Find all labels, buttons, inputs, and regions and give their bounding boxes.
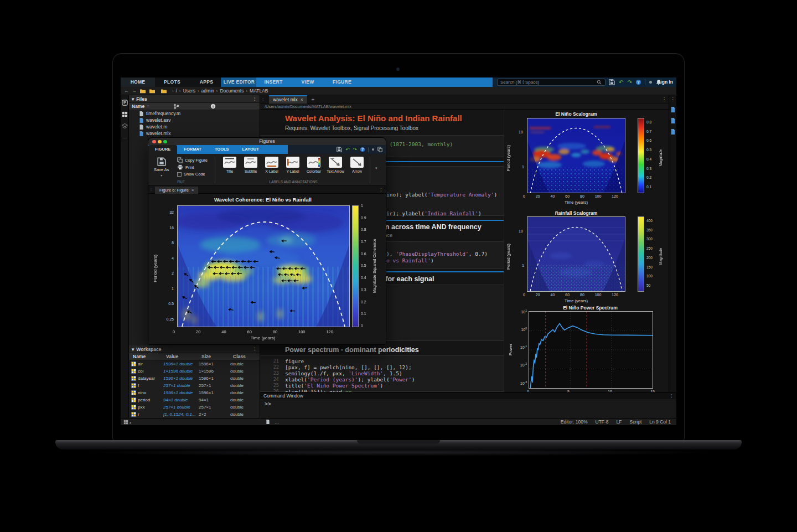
forward-arrow-icon[interactable]: →: [132, 88, 137, 94]
gallery-item-arrow[interactable]: Arrow: [346, 154, 368, 178]
layout-grid-icon[interactable]: [123, 420, 128, 425]
redo-icon[interactable]: ↷: [353, 147, 357, 152]
panel-menu-icon[interactable]: ⋮: [252, 347, 257, 352]
gallery-item-colorbar[interactable]: Colorbar: [303, 154, 324, 178]
apps-grid-icon[interactable]: [122, 111, 128, 117]
workspace-variable-row[interactable]: air 1596×1 double 1596×1 double: [129, 360, 260, 368]
figure-thumb-icon[interactable]: [670, 117, 676, 124]
workspace-variable-row[interactable]: r [1,-0.1524;-0.1... 2×2 double: [129, 411, 260, 418]
checkbox-icon[interactable]: [177, 172, 182, 177]
gallery-scroll-icon[interactable]: ▾: [375, 166, 377, 171]
sort-icon[interactable]: ↑: [147, 104, 149, 109]
close-icon[interactable]: ×: [301, 97, 303, 102]
workspace-col-size[interactable]: Size: [201, 354, 233, 359]
tabstrip-menu-icon[interactable]: ⋮: [662, 97, 666, 102]
breadcrumb-item[interactable]: ›/: [170, 88, 177, 94]
files-panel-icon[interactable]: [122, 100, 128, 106]
close-traffic-light[interactable]: [152, 140, 156, 144]
code-block[interactable]: 21figure22[pxx, f] = pwelch(nino, [], []…: [260, 355, 504, 392]
save-icon[interactable]: [337, 147, 342, 152]
toolstrip-tab[interactable]: PLOTS: [155, 78, 189, 87]
copy-figure-button[interactable]: Copy Figure: [177, 157, 208, 163]
close-icon[interactable]: ×: [192, 188, 194, 193]
workspace-variable-row[interactable]: pxx 257×1 double 257×1 double: [129, 404, 260, 411]
info-icon[interactable]: [210, 104, 216, 109]
toolstrip-context-tab[interactable]: FIGURE: [325, 78, 359, 87]
gallery-item-title[interactable]: Title: [219, 154, 240, 178]
save-icon[interactable]: [609, 79, 615, 85]
gallery-item-subtitle[interactable]: Subtitle: [240, 154, 261, 178]
layers-icon[interactable]: [122, 123, 128, 129]
toolstrip-context-tab[interactable]: INSERT: [256, 78, 291, 87]
figure-thumb-icon[interactable]: [670, 106, 676, 113]
print-button[interactable]: Print: [177, 164, 194, 170]
back-arrow-icon[interactable]: ←: [124, 88, 129, 94]
breadcrumb-item[interactable]: ›admin: [195, 88, 214, 94]
undo-icon[interactable]: ↶: [345, 147, 350, 152]
strip-menu-icon[interactable]: ⋮: [671, 97, 675, 102]
search-input[interactable]: [497, 79, 605, 86]
command-window[interactable]: >>: [260, 399, 676, 418]
collapse-icon[interactable]: ▾: [132, 96, 134, 102]
breadcrumb-item[interactable]: ›Documents: [214, 88, 244, 94]
gallery-item-text-arrow[interactable]: Text Arrow: [324, 154, 346, 178]
workspace-variable-row[interactable]: datayear 1596×1 double 1596×1 double: [129, 375, 260, 382]
minimize-traffic-light[interactable]: [158, 140, 162, 144]
new-tab-icon[interactable]: +: [312, 96, 315, 102]
editor-tab-wavelet[interactable]: wavelet.mlx ×: [269, 95, 307, 104]
undo-icon[interactable]: ↶: [619, 79, 623, 85]
sign-in-button[interactable]: Sign In: [658, 78, 673, 87]
grip-icon[interactable]: ⁞: [151, 188, 152, 192]
show-code-checkbox[interactable]: Show Code: [177, 172, 205, 177]
panel-menu-icon[interactable]: ⋮: [252, 96, 257, 101]
files-column-name[interactable]: Name: [132, 104, 144, 109]
ribbon-tab[interactable]: LAYOUT: [236, 145, 266, 154]
community-icon[interactable]: [649, 81, 652, 84]
workspace-col-value[interactable]: Value: [166, 354, 201, 359]
up-folder-icon[interactable]: [149, 88, 156, 94]
toolstrip-context-tab[interactable]: LIVE EDITOR: [222, 78, 256, 87]
toolstrip-context-tab[interactable]: VIEW: [291, 78, 325, 87]
save-as-button[interactable]: Save As ▾: [154, 157, 169, 177]
workspace-variable-row[interactable]: coi 1×1596 double 1×1596 double: [129, 368, 260, 375]
collapse-icon[interactable]: ▾: [132, 347, 134, 352]
toolstrip-tab[interactable]: HOME: [121, 78, 155, 87]
more-icon[interactable]: …: [122, 135, 127, 140]
breadcrumb-item[interactable]: ›Users: [177, 88, 195, 94]
gallery-item-ylabel[interactable]: Y-Label: [282, 154, 303, 178]
command-window-header[interactable]: Command Window ⋮: [260, 392, 676, 399]
file-row[interactable]: wavelet.asv: [129, 117, 260, 123]
workspace-col-class[interactable]: Class: [233, 354, 246, 359]
figures-window-titlebar[interactable]: Figures: [148, 138, 386, 145]
expand-icon[interactable]: ▴: [130, 420, 131, 424]
workspace-col-name[interactable]: Name: [132, 354, 166, 359]
output-figure-nino-scalogram[interactable]: El Niño Scalogram Period (years) 10 1: [505, 111, 669, 208]
toolstrip-tab[interactable]: APPS: [189, 78, 224, 87]
tabstrip-menu-icon[interactable]: ⋮: [379, 188, 383, 193]
breadcrumb-item[interactable]: ›MATLAB: [244, 88, 268, 94]
ribbon-tab[interactable]: FORMAT: [177, 145, 208, 154]
redo-icon[interactable]: ↷: [627, 79, 632, 85]
workspace-variable-row[interactable]: f 257×1 double 257×1 double: [129, 382, 260, 389]
help-icon[interactable]: ?: [360, 147, 365, 152]
output-figure-power-spectrum[interactable]: El Niño Power Spectrum Power 10110010-11…: [505, 305, 669, 392]
help-icon[interactable]: ?: [636, 80, 641, 85]
git-branch-icon[interactable]: [173, 104, 179, 110]
more-icon[interactable]: …: [275, 419, 280, 425]
gallery-item-xlabel[interactable]: X-Label: [261, 154, 282, 178]
doc-icon[interactable]: [266, 419, 270, 425]
workspace-variable-row[interactable]: period 94×1 double 94×1 double: [129, 396, 260, 404]
zoom-traffic-light[interactable]: [163, 140, 167, 144]
file-row[interactable]: timefrequency.m: [129, 110, 260, 117]
figures-window[interactable]: Figures FIGUREFORMATTOOLSLAYOUT ↶ ↷ ?: [148, 138, 386, 344]
workspace-variable-row[interactable]: nino 1596×1 double 1596×1 double: [129, 389, 260, 396]
file-row[interactable]: wavelet.mlx: [129, 130, 260, 137]
figure-thumb-icon[interactable]: [670, 128, 676, 135]
figure-tab[interactable]: Figure 6: Figure ×: [155, 187, 198, 194]
grip-icon[interactable]: ⁞: [262, 97, 263, 102]
options-icon[interactable]: [372, 148, 374, 151]
ribbon-tab[interactable]: FIGURE: [148, 145, 177, 154]
new-folder-icon[interactable]: [139, 88, 146, 94]
ribbon-tab[interactable]: TOOLS: [208, 145, 236, 154]
copy-icon[interactable]: [377, 147, 382, 152]
